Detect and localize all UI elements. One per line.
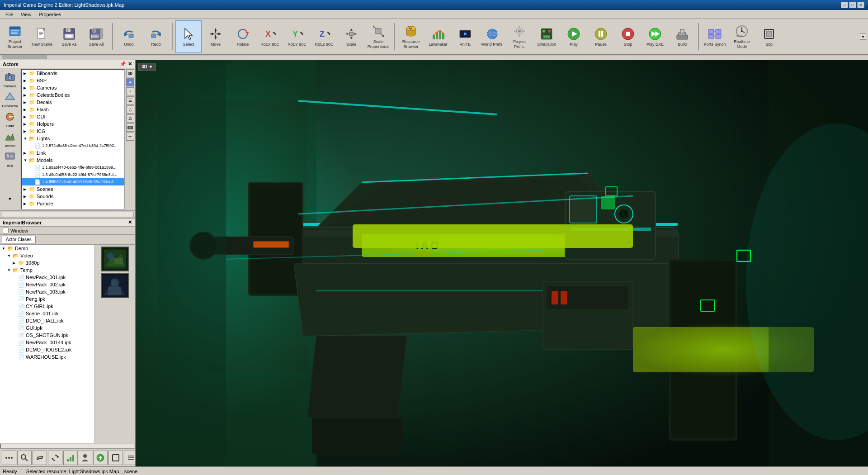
imp-btn-square[interactable] [108, 451, 123, 465]
rot-x-90-button[interactable]: X Rot.X 90C [257, 20, 283, 53]
imperial-hscrollbar[interactable] [0, 443, 135, 448]
save-as-button[interactable]: Save As [56, 20, 82, 53]
view-camera-button[interactable] [126, 124, 134, 132]
imp-btn-person[interactable] [78, 451, 92, 465]
view-3d-button[interactable]: 3D [126, 69, 134, 77]
project-browser-button[interactable]: Project Browser [2, 20, 28, 53]
play-exe-button[interactable]: Play EXE [642, 20, 668, 53]
imp-tree-gui[interactable]: 📄 GUI.ipk [0, 324, 94, 332]
build-button[interactable]: Build [669, 20, 695, 53]
imp-tree-newpack1[interactable]: 📄 NewPack_001.ipk [0, 274, 94, 281]
view-triangle-button[interactable]: △ [126, 105, 134, 114]
pause-button[interactable]: Pause [588, 20, 614, 53]
imperial-tree[interactable]: ▼ 📂 Demo ▼ 📂 Video ▶ 📁 1080p [0, 245, 95, 443]
imp-btn-search[interactable] [17, 451, 32, 465]
imp-tree-newpack3[interactable]: 📄 NewPack_003.ipk [0, 288, 94, 295]
tree-item-particle1[interactable]: ▶ 📁 Particle [22, 200, 124, 207]
tree-item-celestio[interactable]: ▶ 📁 CelestioBodies [22, 91, 124, 99]
tree-item-flash[interactable]: ▶ 📁 Flash [22, 106, 124, 113]
new-scene-button[interactable]: New Scene [29, 20, 55, 53]
imp-tree-video[interactable]: ▼ 📂 Video [0, 252, 94, 259]
menu-file[interactable]: File [2, 11, 17, 18]
imp-btn-add[interactable] [93, 451, 108, 465]
imperial-window-checkbox[interactable] [3, 228, 9, 233]
preview-thumb-2[interactable] [101, 273, 129, 298]
view-grid-button[interactable]: ☰ [126, 96, 134, 104]
select-button[interactable]: Select [175, 20, 202, 53]
sidebar-imb[interactable]: IMB [1, 150, 19, 169]
realtime-mode-button[interactable]: REAL Realtime Mode [729, 20, 755, 53]
imp-btn-link[interactable] [33, 451, 47, 465]
rot-z-90-button[interactable]: Z Rot.Z 90C [311, 20, 337, 53]
move-button[interactable]: Move [203, 20, 229, 53]
tree-item-bsp[interactable]: ▶ 📁 BSP [22, 77, 124, 84]
tree-item-cameras[interactable]: ▶ 📁 Cameras [22, 84, 124, 91]
ports-synch-button[interactable]: Ports Synch [702, 20, 728, 53]
tree-item-helpers[interactable]: ▶ 📁 Helpers [22, 120, 124, 128]
sidebar-geometry[interactable]: Geometry [1, 90, 19, 109]
imp-btn-refresh[interactable] [48, 451, 62, 465]
view-perspective-button[interactable]: ● [126, 78, 134, 86]
menu-view[interactable]: View [17, 11, 35, 18]
imp-tree-newpack2[interactable]: 📄 NewPack_002.ipk [0, 281, 94, 288]
tree-item-icg[interactable]: ▶ 📁 ICG [22, 128, 124, 135]
menu-properties[interactable]: Properties [35, 11, 65, 18]
anite-button[interactable]: AniTE [452, 20, 478, 53]
tree-item-model-3[interactable]: 📄 1.4.fffff537-dea8-4099-b5d8-55a239cc3.… [22, 178, 124, 185]
tree-item-model-2[interactable]: 📄 1.3.d9c0b058-8d22-49f4-87fd-7958e3cf..… [22, 171, 124, 178]
imp-tree-shotgun[interactable]: 📄 OS_SHOTGUN.ipk [0, 332, 94, 339]
view-add-button[interactable]: + [126, 87, 134, 95]
tree-hscrollbar[interactable] [0, 210, 135, 218]
rot-y-90-button[interactable]: Y Rot.Y 90C [284, 20, 310, 53]
project-prefs-button[interactable]: Project Prefs. [506, 20, 533, 53]
close-button[interactable]: ✕ [857, 2, 864, 8]
viewport[interactable]: IAO [136, 60, 868, 466]
world-prefs-button[interactable]: World Prefs. [479, 20, 505, 53]
imp-tree-demohouse2[interactable]: 📄 DEMO_HOUSE2.ipk [0, 346, 94, 353]
actor-tree[interactable]: ▶ 📁 Bilboards ▶ 📁 BSP ▶ 📁 Cameras [21, 69, 125, 209]
sop-button[interactable]: Sop [756, 20, 782, 53]
play-button[interactable]: Play [561, 20, 587, 53]
imp-btn-dots[interactable] [2, 451, 16, 465]
imp-tree-scene001[interactable]: 📄 Scene_001.ipk [0, 310, 94, 317]
imp-tree-demohall[interactable]: 📄 DEMO_HALL.ipk [0, 317, 94, 324]
sidebar-terrain[interactable]: Terrain [1, 130, 19, 149]
resource-browser-button[interactable]: 🦅 Resource Browser [398, 20, 424, 53]
simulation-button[interactable]: Simulation [533, 20, 560, 53]
imp-btn-chart[interactable] [63, 451, 78, 465]
tree-item-decals[interactable]: ▶ 📁 Decals [22, 99, 124, 106]
imperial-tab-actor-clases[interactable]: Actor Clases [2, 236, 36, 243]
tree-item-model-1[interactable]: 📄 1.1.a5a8f470-0eb2-4ffe-bf88-0d1a1569..… [22, 164, 124, 171]
tree-item-link[interactable]: ▶ 📁 Link [22, 149, 124, 157]
tree-item-lights[interactable]: ▼ 📂 Lights [22, 135, 124, 142]
imp-tree-newpack144[interactable]: 📄 NewPack_00144.ipk [0, 339, 94, 346]
tree-item-path[interactable]: ▶ 📁 Path [22, 207, 124, 209]
stop-button[interactable]: Stop [615, 20, 641, 53]
tree-item-light-1[interactable]: 📄 1.2.872a8a38-d2ee-47ed-b39d-2c75f92... [22, 142, 124, 149]
imp-tree-1080p[interactable]: ▶ 📁 1080p [0, 259, 94, 266]
actors-close-button[interactable]: ✕ [128, 61, 132, 67]
imp-tree-peng[interactable]: 📄 Peng.ipk [0, 295, 94, 303]
tree-item-sounds[interactable]: ▶ 📁 Sounds [22, 193, 124, 200]
imp-tree-demo[interactable]: ▼ 📂 Demo [0, 245, 94, 252]
sidebar-camera[interactable]: Camera [1, 70, 19, 89]
toolbar-dropdown-arrow[interactable]: ▼ [860, 33, 866, 40]
actors-pin-button[interactable]: 📌 [120, 61, 126, 67]
imp-tree-warehouse[interactable]: 📄 WAREHOUSE.ipk [0, 353, 94, 361]
tree-item-bilboards[interactable]: ▶ 📁 Bilboards [22, 70, 124, 77]
viewport-3d-button[interactable]: 3D ▼ [138, 63, 156, 71]
minimize-button[interactable]: ─ [841, 2, 848, 8]
tree-item-scenes[interactable]: ▶ 📁 Scenes [22, 185, 124, 193]
scale-proportional-button[interactable]: Scale Proportional [365, 20, 392, 53]
rotate-button[interactable]: Rotate [230, 20, 256, 53]
undo-button[interactable]: Undo [116, 20, 142, 53]
imperial-browser-close-button[interactable]: ✕ [128, 219, 132, 225]
save-all-button[interactable]: Save All [83, 20, 109, 53]
imp-btn-list[interactable] [124, 451, 135, 465]
sidebar-paint[interactable]: Paint [1, 110, 19, 129]
view-pen-button[interactable]: ✏ [126, 133, 134, 141]
preview-thumb-1[interactable] [101, 247, 129, 271]
imp-tree-temp[interactable]: ▼ 📂 Temp [0, 266, 94, 274]
redo-button[interactable]: Redo [143, 20, 169, 53]
scale-button[interactable]: Scale [338, 20, 364, 53]
